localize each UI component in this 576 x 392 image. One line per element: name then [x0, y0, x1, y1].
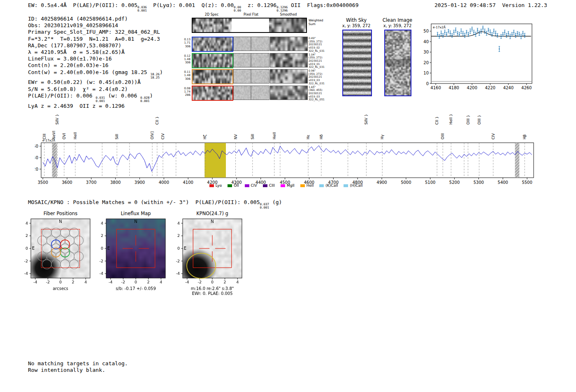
- legend-label: CIV: [251, 183, 257, 188]
- spec2d-row-meta: 1.04"(359, 272)20230121v019_01322_RL_031: [309, 53, 334, 70]
- spec2d-strip: [192, 69, 233, 84]
- info-line: RA,Dec (177.807907,53.088707): [28, 42, 163, 49]
- svg-text:CIV: CIV: [491, 133, 495, 139]
- text-segment: EWr = 0.50(±0.22) (w: 0.45(±0.20))Å: [28, 79, 141, 85]
- svg-text:Hε: Hε: [306, 135, 310, 139]
- cutout-x-tick: 0: [207, 280, 218, 284]
- spec2d-row-left-labels: 0.131.71306: [183, 38, 190, 48]
- spec2d-row-left-labels: 0.081.74286: [183, 87, 190, 97]
- detection-band: [204, 143, 226, 178]
- text-segment: MOSAIC/KPNO : Possible Matches = 0 (with…: [28, 199, 260, 205]
- footer-note-1: No matching targets in catalog.: [28, 360, 128, 367]
- info-line: EWr = 0.50(±0.22) (w: 0.45(±0.20))Å: [28, 79, 163, 86]
- svg-text:NV: NV: [234, 134, 238, 139]
- text-segment: Cont(n) = 2.20(±0.03)e-16: [28, 62, 109, 68]
- withsky-image-frame: [342, 30, 372, 96]
- cutout-x-tick: 4: [155, 280, 167, 284]
- info-line: Obs: 20230121v019_4025896614: [28, 22, 163, 29]
- compass-north: N: [211, 219, 214, 224]
- svg-text:4220: 4220: [485, 86, 495, 90]
- svg-text:Hβ: Hβ: [523, 134, 527, 139]
- svg-text:CIII: CIII: [42, 134, 46, 139]
- cutout-x-tick: 0: [130, 280, 142, 284]
- legend-swatch: [245, 184, 249, 187]
- info-line: λ = 4210.95Å σ = 5.58(±2.65)Å: [28, 49, 163, 56]
- smoothed-strip: [270, 86, 308, 100]
- cutout-x-tick: -2: [117, 280, 129, 284]
- legend-item: CIII: [263, 183, 275, 188]
- spectrum-legend: LyαOIICIVCIIIMgIIHeII(K)CaII(H)CaII: [165, 183, 407, 188]
- clean-image: [385, 30, 411, 95]
- svg-text:5400: 5400: [498, 180, 508, 185]
- info-line: Primary Spec_Slot_IFU_AMP: 322_084_062_R…: [28, 29, 163, 35]
- uncertainty-lo: 0.001: [95, 100, 105, 103]
- svg-text:20: 20: [35, 167, 38, 172]
- cutout-y-tick: 0: [20, 246, 28, 251]
- clean-coords: x, y: 359, 272: [373, 23, 422, 28]
- cutout-y-tick: 0: [172, 246, 180, 251]
- col-header-smoothed: Smoothed: [270, 13, 307, 16]
- footer-note-2: Row intentionally blank.: [28, 367, 105, 373]
- legend-label: (H)CaII: [350, 183, 362, 188]
- clean-image-frame: [384, 30, 411, 96]
- legend-swatch: [319, 184, 324, 187]
- spec2d-row-left-labels: 0.111.48306: [183, 70, 190, 81]
- svg-text:30: 30: [423, 50, 429, 54]
- weighted-label-2: Sum: [309, 23, 323, 26]
- svg-text:3500: 3500: [37, 180, 48, 185]
- svg-text:3700: 3700: [86, 180, 96, 185]
- text-segment: LineFlux = 3.80(±1.70)e-16: [28, 56, 112, 62]
- spec2d-row-meta: 0.49"(359, 272)20230121v019_02322_RL_031: [309, 37, 334, 53]
- cutout-xlabel-fibers: arcsecs: [28, 286, 93, 291]
- smoothed-strip: [270, 53, 308, 67]
- svg-text:5200: 5200: [449, 180, 460, 185]
- svg-text:OIII }: OIII }: [477, 115, 481, 125]
- pixelflat-strip: [233, 86, 269, 100]
- svg-text:0: 0: [426, 81, 429, 86]
- legend-label: CIII: [269, 183, 275, 188]
- cutout-x-tick: -2: [194, 280, 205, 284]
- svg-text:4160: 4160: [430, 86, 441, 90]
- text-segment: LyA z = 2.4639 OII z = 0.1296: [28, 103, 125, 109]
- legend-item: CIV: [245, 183, 257, 188]
- svg-text:Hδ: Hδ: [319, 134, 323, 139]
- legend-swatch: [228, 184, 232, 187]
- target-box: [193, 229, 231, 267]
- legend-swatch: [209, 184, 214, 187]
- text-segment: P(LAE)/P(OII): 0.006: [28, 93, 95, 99]
- uncertainty-lo: 0.001: [140, 100, 150, 103]
- col-header-2dspec: 2D Spec: [192, 13, 232, 16]
- spec2d-strip: [192, 37, 233, 52]
- text-segment: ): [150, 93, 153, 99]
- meta-separator: [496, 2, 502, 8]
- kpno-cutout-overlay: NE: [179, 215, 246, 282]
- text-segment: Cont(w) = 2.40(±0.00)e-16 (gmag 18.25: [28, 69, 150, 75]
- svg-text:4260: 4260: [521, 86, 532, 90]
- cutout-y-tick: -2: [95, 259, 103, 263]
- cutout-y-tick: 4: [172, 221, 180, 225]
- svg-text:4240: 4240: [503, 86, 513, 90]
- cutout-x-tick: -2: [42, 280, 53, 284]
- text-segment: OII Flags:0x00400069: [288, 2, 358, 8]
- text-segment: S/N = 5.6(±0.8) χ² = 2.4(±0.2): [28, 86, 128, 92]
- full-spectrum-plot: 3500360037003800390040004100420043004400…: [35, 111, 539, 187]
- info-line: Cont(n) = 2.20(±0.03)e-16: [28, 62, 163, 69]
- cutout-y-tick: -2: [172, 259, 180, 263]
- sextractor-ellipse: [187, 253, 216, 278]
- uncertainty-lo: 0.00: [234, 9, 241, 12]
- cutout-xlabel-lineflux: s/b: -0.17 +/- 0.059: [103, 286, 169, 291]
- info-line: ID: 4025896614 (4025896614.pdf): [28, 16, 163, 22]
- text-segment: Primary Spec_Slot_IFU_AMP: 322_084_062_R…: [28, 29, 160, 35]
- text-segment: z: 0.1296: [241, 2, 276, 8]
- info-line: LyA z = 2.4639 OII z = 0.1296: [28, 103, 163, 109]
- text-segment: ): [160, 69, 163, 75]
- info-line: S/N = 5.6(±0.8) χ² = 2.4(±0.2): [28, 86, 163, 93]
- svg-text:40: 40: [423, 39, 429, 44]
- detection-info: ID: 4025896614 (4025896614.pdf)Obs: 2023…: [28, 16, 163, 109]
- svg-text:CII }: CII }: [155, 116, 159, 125]
- svg-text:50: 50: [423, 29, 429, 33]
- cutout-x-tick: 2: [143, 280, 154, 284]
- svg-text:Hζ: Hζ: [203, 135, 207, 139]
- svg-text:SiIV }: SiIV }: [55, 114, 59, 125]
- weighted-sum-strip: [192, 18, 307, 33]
